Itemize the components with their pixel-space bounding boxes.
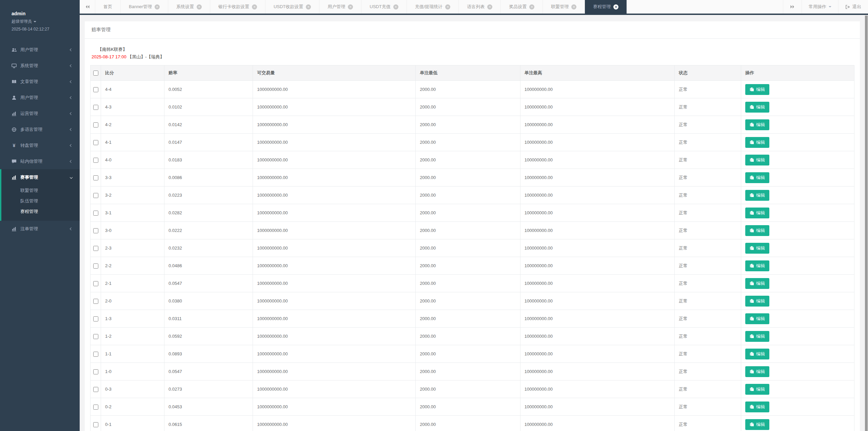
edit-button[interactable]: 编辑 (745, 366, 769, 377)
edit-button[interactable]: 编辑 (745, 384, 769, 395)
sidebar-item[interactable]: 系统管理 (0, 58, 80, 74)
vertical-scrollbar[interactable] (865, 15, 868, 431)
tab[interactable]: 银行卡收款设置× (210, 0, 265, 14)
sidebar-item[interactable]: 赛事管理 (1, 169, 80, 185)
tab-close-icon[interactable]: × (529, 4, 534, 9)
cell-actions: 编辑 (741, 416, 854, 431)
table-row: 0-20.04531000000000.002000.00100000000.0… (91, 398, 854, 416)
row-checkbox[interactable] (93, 422, 98, 427)
tab[interactable]: 奖品设置× (501, 0, 543, 14)
scroll-tabs-right-button[interactable] (783, 0, 802, 14)
tab[interactable]: 赛程管理× (585, 0, 627, 14)
edit-button[interactable]: 编辑 (745, 419, 769, 430)
edit-button[interactable]: 编辑 (745, 155, 769, 165)
row-checkbox-cell (91, 380, 101, 398)
sidebar-subitem[interactable]: 联盟管理 (1, 185, 80, 196)
edit-button[interactable]: 编辑 (745, 84, 769, 95)
row-checkbox[interactable] (93, 387, 98, 392)
row-checkbox[interactable] (93, 211, 98, 216)
edit-button[interactable]: 编辑 (745, 260, 769, 271)
sidebar-item[interactable]: 用户管理 (0, 42, 80, 58)
sidebar-item[interactable]: 用户管理 (0, 90, 80, 105)
scrollbar-thumb[interactable] (865, 16, 868, 431)
row-checkbox[interactable] (93, 140, 98, 145)
edit-button[interactable]: 编辑 (745, 401, 769, 412)
edit-button[interactable]: 编辑 (745, 331, 769, 342)
edit-button[interactable]: 编辑 (745, 172, 769, 183)
profile-role-dropdown[interactable]: 超级管理员 (12, 19, 80, 24)
tab-close-icon[interactable]: × (155, 4, 160, 9)
sidebar-item[interactable]: 多语言管理 (0, 121, 80, 137)
sidebar-subitem[interactable]: 赛程管理 (1, 206, 80, 217)
row-checkbox[interactable] (93, 175, 98, 180)
tab[interactable]: 联盟管理× (543, 0, 585, 14)
edit-button[interactable]: 编辑 (745, 349, 769, 359)
tab-close-icon[interactable]: × (348, 4, 353, 9)
row-checkbox[interactable] (93, 334, 98, 339)
table-row: 4-40.00521000000000.002000.00100000000.0… (91, 81, 854, 98)
tab[interactable]: USDT收款设置× (265, 0, 319, 14)
chevron-left-icon (70, 160, 73, 162)
tab-close-icon[interactable]: × (487, 4, 492, 9)
sidebar-item[interactable]: 运营管理 (0, 105, 80, 121)
table-row: 1-10.08931000000000.002000.00100000000.0… (91, 345, 854, 363)
edit-button[interactable]: 编辑 (745, 102, 769, 113)
edit-button[interactable]: 编辑 (745, 225, 769, 236)
edit-button[interactable]: 编辑 (745, 243, 769, 254)
row-checkbox[interactable] (93, 369, 98, 374)
cell-volume: 1000000000.00 (253, 363, 416, 380)
row-checkbox[interactable] (93, 405, 98, 410)
row-checkbox[interactable] (93, 263, 98, 269)
tab-close-icon[interactable]: × (613, 4, 618, 9)
row-checkbox[interactable] (93, 352, 98, 357)
row-checkbox[interactable] (93, 299, 98, 304)
sidebar-item[interactable]: 文章管理 (0, 74, 80, 90)
tab[interactable]: 充值/提现统计× (407, 0, 459, 14)
tab[interactable]: USDT充值× (361, 0, 407, 14)
tab[interactable]: 系统设置× (168, 0, 210, 14)
edit-button[interactable]: 编辑 (745, 208, 769, 218)
edit-button[interactable]: 编辑 (745, 278, 769, 289)
tab-close-icon[interactable]: × (197, 4, 202, 9)
edit-button[interactable]: 编辑 (745, 296, 769, 307)
row-checkbox-cell (91, 134, 101, 151)
row-checkbox[interactable] (93, 246, 98, 251)
tab-close-icon[interactable]: × (252, 4, 257, 9)
row-checkbox[interactable] (93, 228, 98, 233)
table-row: 3-20.02231000000000.002000.00100000000.0… (91, 187, 854, 204)
tab-close-icon[interactable]: × (571, 4, 576, 9)
edit-button[interactable]: 编辑 (745, 137, 769, 148)
edit-button[interactable]: 编辑 (745, 190, 769, 201)
row-checkbox-cell (91, 345, 101, 363)
scroll-tabs-left-button[interactable] (80, 0, 95, 14)
cell-score: 3-0 (101, 222, 164, 239)
cell-odds: 0.0592 (164, 328, 253, 345)
sidebar-item[interactable]: ¥转盘管理 (0, 137, 80, 153)
cell-score: 4-3 (101, 98, 164, 116)
edit-button[interactable]: 编辑 (745, 313, 769, 324)
tab[interactable]: 首页 (95, 0, 121, 14)
tab[interactable]: 语言列表× (459, 0, 501, 14)
row-checkbox[interactable] (93, 316, 98, 321)
cell-odds: 0.0547 (164, 363, 253, 380)
edit-button[interactable]: 编辑 (745, 119, 769, 130)
row-checkbox[interactable] (93, 158, 98, 163)
tab[interactable]: 用户管理× (319, 0, 361, 14)
tab-close-icon[interactable]: × (445, 4, 450, 9)
sidebar-subitem[interactable]: 队伍管理 (1, 196, 80, 206)
row-checkbox[interactable] (93, 87, 98, 92)
quick-actions-dropdown[interactable]: 常用操作 (802, 0, 838, 14)
tab-close-icon[interactable]: × (306, 4, 311, 9)
cell-max-bet: 100000000.00 (520, 222, 674, 239)
row-checkbox[interactable] (93, 193, 98, 198)
sidebar-item[interactable]: 站内信管理 (0, 153, 80, 169)
row-checkbox[interactable] (93, 105, 98, 110)
row-checkbox[interactable] (93, 122, 98, 128)
tab-close-icon[interactable]: × (393, 4, 398, 9)
tab[interactable]: Banner管理× (121, 0, 168, 14)
logout-button[interactable]: 退出 (838, 0, 868, 14)
sidebar-item[interactable]: 注单管理 (0, 221, 80, 237)
cell-max-bet: 100000000.00 (520, 204, 674, 222)
row-checkbox[interactable] (93, 281, 98, 286)
select-all-checkbox[interactable] (93, 71, 98, 76)
